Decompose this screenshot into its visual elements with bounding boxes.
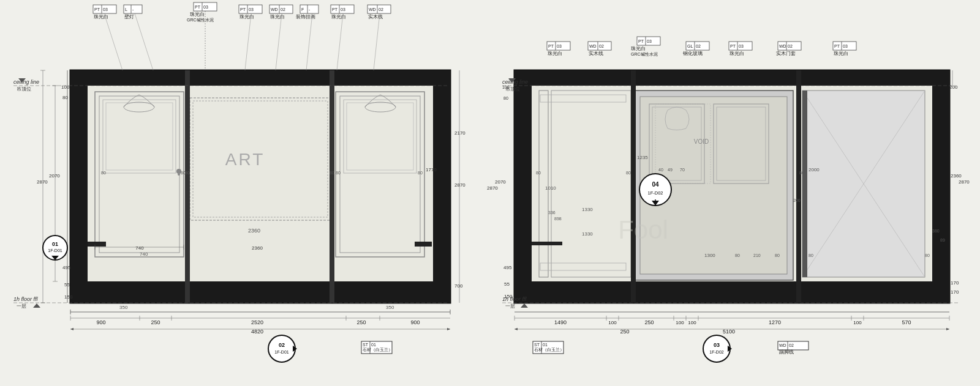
svg-text:WD: WD [271, 7, 278, 12]
svg-text:03: 03 [647, 39, 652, 43]
svg-text:珠光白: 珠光白 [834, 51, 848, 56]
svg-text:PT: PT [240, 7, 246, 12]
svg-text:ART: ART [225, 150, 265, 169]
svg-text:740: 740 [140, 251, 148, 257]
svg-text:350: 350 [119, 305, 128, 310]
svg-rect-47 [70, 281, 450, 303]
svg-text:1330: 1330 [582, 207, 593, 212]
svg-text:570: 570 [902, 319, 911, 325]
svg-text:1235: 1235 [637, 155, 648, 160]
svg-text:2360: 2360 [951, 173, 962, 179]
svg-text:03: 03 [557, 44, 562, 48]
svg-text:49: 49 [668, 168, 673, 172]
svg-text:89: 89 [940, 238, 945, 242]
svg-text:石材（白玉兰）: 石材（白玉兰） [363, 347, 393, 352]
svg-text:02: 02 [281, 7, 285, 12]
svg-text:350: 350 [386, 305, 394, 310]
svg-rect-66 [330, 70, 334, 303]
svg-text:PT: PT [638, 39, 644, 43]
svg-text:钢化玻璃: 钢化玻璃 [682, 51, 703, 56]
svg-rect-186 [514, 70, 949, 86]
svg-text:珠光白: 珠光白 [94, 14, 108, 20]
svg-text:740: 740 [135, 245, 144, 251]
svg-text:150: 150 [64, 294, 73, 300]
svg-text:02: 02 [789, 343, 794, 347]
svg-text:70: 70 [680, 168, 685, 172]
svg-text:珠光白: 珠光白 [270, 14, 285, 20]
svg-text:2070: 2070 [49, 173, 60, 179]
svg-point-137 [268, 335, 295, 362]
svg-text:2870: 2870 [487, 185, 498, 191]
svg-text:1F-D01: 1F-D01 [274, 350, 288, 354]
svg-text:踢脚线: 踢脚线 [779, 349, 794, 355]
svg-text:2870: 2870 [454, 182, 466, 188]
svg-text:PT: PT [332, 7, 338, 12]
svg-text:55: 55 [504, 281, 510, 287]
svg-text:03: 03 [249, 7, 254, 12]
svg-text:ST: ST [534, 343, 540, 347]
svg-text:吊顶位: 吊顶位 [17, 86, 31, 92]
svg-text:1270: 1270 [769, 319, 781, 325]
svg-text:珠光白: 珠光白 [239, 14, 254, 20]
svg-text:壁灯: 壁灯 [124, 14, 134, 20]
svg-text:装饰挂画: 装饰挂画 [296, 14, 315, 20]
svg-rect-185 [932, 70, 949, 303]
svg-text:03: 03 [739, 44, 744, 48]
svg-text:PT: PT [94, 7, 100, 12]
svg-text:03: 03 [103, 7, 108, 12]
svg-text:336: 336 [548, 210, 556, 215]
svg-text:80: 80 [799, 171, 804, 175]
svg-rect-220 [796, 70, 801, 303]
svg-text:2360: 2360 [252, 245, 263, 251]
svg-text:1F-D01: 1F-D01 [48, 248, 62, 253]
svg-text:02: 02 [279, 342, 285, 348]
svg-rect-44 [70, 70, 88, 303]
svg-text:80: 80 [735, 253, 740, 258]
svg-text:250: 250 [620, 328, 629, 335]
svg-text:200: 200 [949, 84, 958, 90]
svg-text:Fool: Fool [618, 215, 668, 244]
svg-text:5100: 5100 [723, 328, 735, 335]
svg-text:PT: PT [834, 44, 840, 48]
svg-text:03: 03 [843, 44, 848, 48]
svg-text:WD: WD [589, 44, 597, 48]
svg-text:PT: PT [730, 44, 736, 48]
svg-text:1F-D02: 1F-D02 [709, 350, 723, 354]
svg-text:2170: 2170 [454, 130, 466, 136]
svg-text:100: 100 [676, 320, 684, 325]
svg-text:03: 03 [714, 342, 720, 348]
svg-rect-222 [532, 242, 562, 245]
svg-rect-46 [70, 70, 450, 86]
svg-rect-219 [631, 70, 636, 303]
svg-text:F: F [301, 7, 304, 12]
svg-text:实木线: 实木线 [589, 51, 603, 56]
svg-text:WD: WD [779, 44, 786, 48]
svg-text:900: 900 [96, 319, 105, 325]
svg-text:80: 80 [101, 171, 106, 175]
svg-text:55: 55 [64, 282, 70, 288]
svg-text:900: 900 [410, 319, 420, 325]
svg-text:实木线: 实木线 [368, 14, 383, 20]
svg-text:80: 80 [330, 171, 334, 175]
svg-text:1300: 1300 [704, 253, 715, 258]
svg-text:珠光白: 珠光白 [190, 12, 205, 17]
svg-text:01: 01 [371, 343, 376, 347]
svg-text:GL: GL [687, 44, 693, 48]
svg-text:ST: ST [363, 343, 369, 347]
svg-text:1F-D02: 1F-D02 [647, 190, 663, 196]
svg-rect-67 [88, 242, 106, 247]
svg-rect-65 [185, 70, 190, 303]
svg-text:80: 80 [418, 171, 423, 175]
svg-text:04: 04 [652, 181, 659, 188]
svg-text:WD: WD [369, 7, 376, 12]
svg-text:170: 170 [951, 280, 959, 286]
svg-rect-45 [433, 70, 450, 303]
svg-text:898: 898 [554, 217, 562, 221]
svg-text:01: 01 [543, 343, 548, 347]
svg-text:L: L [125, 7, 127, 12]
svg-text:02: 02 [696, 44, 701, 48]
svg-text:250: 250 [644, 319, 654, 325]
svg-text:250: 250 [356, 319, 366, 325]
svg-text:VOID: VOID [694, 138, 709, 145]
svg-text:100: 100 [688, 320, 696, 325]
